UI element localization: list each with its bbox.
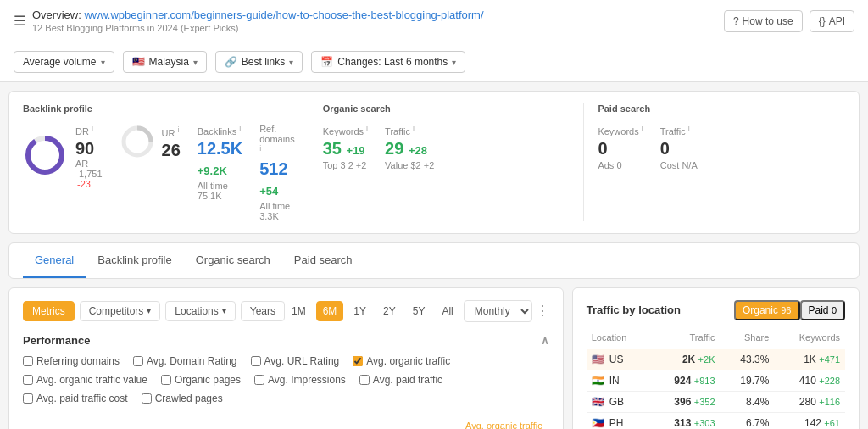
- competitors-button[interactable]: Competitors ▾: [80, 301, 161, 321]
- flag-icon: 🇲🇾: [132, 56, 145, 68]
- loc-code: IN: [609, 375, 620, 387]
- paid-keywords-sub: Ads 0: [598, 160, 643, 170]
- traffic-change: +2K: [698, 354, 715, 365]
- ar-label: AR: [75, 159, 88, 169]
- api-label: API: [829, 15, 845, 27]
- loc-code: PH: [609, 417, 624, 429]
- paid-traffic-label: Traffic i: [660, 124, 698, 136]
- ur-value-block: UR i 26: [162, 125, 181, 160]
- calendar-icon: 📅: [320, 56, 333, 68]
- api-button[interactable]: {} API: [810, 10, 854, 32]
- question-icon: ?: [733, 15, 739, 27]
- how-to-use-label: How to use: [743, 15, 793, 27]
- cb-avg-paid[interactable]: Avg. paid traffic: [359, 374, 442, 386]
- cb-avg-organic-val[interactable]: Avg. organic traffic value: [23, 374, 147, 386]
- paid-count: 0: [832, 305, 837, 315]
- volume-filter[interactable]: Average volume ▾: [14, 51, 114, 73]
- organic-keywords-label: Keywords i: [323, 124, 368, 136]
- tab-backlink-profile[interactable]: Backlink profile: [86, 243, 183, 278]
- col-location: Location: [587, 329, 649, 349]
- location-table-head: Location Traffic Share Keywords: [587, 329, 845, 349]
- ref-domains-item: Ref. domains i 512 +54 All time 3.3K: [259, 124, 295, 221]
- time-1m-button[interactable]: 1M: [285, 301, 313, 321]
- cb-avg-paid-input[interactable]: [359, 375, 370, 385]
- country-label: Malaysia: [149, 56, 189, 68]
- cb-organic-pages-input[interactable]: [161, 375, 171, 385]
- more-options-button[interactable]: ⋮: [536, 303, 549, 319]
- organic-traffic-sub: Value $2 +2: [385, 160, 434, 170]
- cb-avg-paid-cost-input[interactable]: [23, 393, 33, 404]
- kw-change: +228: [819, 376, 840, 386]
- years-button[interactable]: Years: [241, 301, 285, 321]
- time-2y-button[interactable]: 2Y: [376, 301, 403, 321]
- cb-avg-organic-input[interactable]: [353, 356, 363, 366]
- organic-search-block: Organic search Keywords i 35 +19 Top 3 2…: [323, 103, 585, 221]
- chevron-down-icon: ▾: [147, 306, 151, 315]
- cb-crawled-input[interactable]: [142, 393, 152, 404]
- organic-tab[interactable]: Organic 96: [734, 300, 800, 320]
- organic-traffic-value: 29 +28: [385, 138, 434, 159]
- cb-avg-dr[interactable]: Avg. Domain Rating: [133, 355, 237, 367]
- locations-button[interactable]: Locations ▾: [165, 301, 235, 321]
- cb-avg-impressions[interactable]: Avg. Impressions: [254, 374, 346, 386]
- cb-crawled[interactable]: Crawled pages: [142, 393, 223, 404]
- kw-change: +61: [824, 418, 840, 428]
- share-cell: 8.4%: [721, 392, 775, 413]
- cb-avg-organic-val-input[interactable]: [23, 375, 33, 385]
- how-to-use-button[interactable]: ? How to use: [724, 10, 803, 32]
- tab-organic-search[interactable]: Organic search: [184, 243, 282, 278]
- table-row: 🇮🇳 IN 924 +913 19.7% 410 +228: [587, 370, 845, 392]
- cb-organic-pages[interactable]: Organic pages: [161, 374, 241, 386]
- tab-paid-search[interactable]: Paid search: [282, 243, 364, 278]
- ref-domains-change: +54: [259, 185, 278, 198]
- ur-value: 26: [162, 140, 181, 160]
- backlink-profile-title: Backlink profile: [23, 103, 295, 114]
- cb-avg-organic[interactable]: Avg. organic traffic: [353, 355, 450, 367]
- main-content: Metrics Competitors ▾ Locations ▾ Years …: [8, 287, 860, 429]
- cb-ref-domains-input[interactable]: [23, 356, 33, 366]
- period-select[interactable]: Monthly Weekly Daily: [464, 300, 532, 322]
- traffic-by-location-title: Traffic by location Organic 96 Paid 0: [587, 300, 845, 320]
- paid-tab[interactable]: Paid 0: [800, 300, 846, 320]
- changes-filter[interactable]: 📅 Changes: Last 6 months ▾: [311, 51, 465, 73]
- time-5y-button[interactable]: 5Y: [406, 301, 432, 321]
- time-6m-button[interactable]: 6M: [316, 301, 344, 321]
- paid-search-title: Paid search: [598, 103, 845, 114]
- menu-icon[interactable]: ☰: [14, 13, 25, 29]
- traffic-value: 396: [674, 396, 691, 408]
- header-title-block: Overview: www.wpbeginner.com/beginners-g…: [32, 8, 484, 33]
- country-filter[interactable]: 🇲🇾 Malaysia ▾: [123, 51, 207, 73]
- metrics-button[interactable]: Metrics: [23, 301, 75, 321]
- backlinks-item: Backlinks i 12.5K +9.2K All time 75.1K: [198, 124, 242, 201]
- organic-stats-row: Keywords i 35 +19 Top 3 2 +2 Traffic i 2…: [323, 124, 570, 170]
- header-url[interactable]: www.wpbeginner.com/beginners-guide/how-t…: [84, 8, 483, 21]
- keywords-cell: 1K +471: [774, 349, 845, 370]
- flag-icon: 🇺🇸: [592, 354, 604, 365]
- cb-avg-paid-cost[interactable]: Avg. paid traffic cost: [23, 393, 128, 404]
- kw-value: 280: [799, 396, 816, 408]
- cb-avg-dr-input[interactable]: [133, 356, 143, 366]
- chevron-down-icon: ▾: [452, 58, 456, 67]
- collapse-icon[interactable]: ∧: [541, 334, 549, 347]
- dr-container: DR i 90 AR 1,751 -23: [23, 124, 103, 189]
- tab-general[interactable]: General: [23, 243, 86, 278]
- paid-keywords-value: 0: [598, 138, 643, 159]
- organic-keywords-item: Keywords i 35 +19 Top 3 2 +2: [323, 124, 368, 170]
- backlinks-change: +9.2K: [198, 164, 227, 177]
- links-label: Best links: [242, 56, 285, 68]
- kw-value: 142: [804, 417, 821, 429]
- backlink-profile-block: Backlink profile DR i 90 AR 1,751 -23: [23, 103, 309, 221]
- chart-label-top: Avg. organic traffic: [465, 421, 542, 429]
- paid-traffic-value: 0: [660, 138, 698, 159]
- loc-flag-code: 🇬🇧 GB: [587, 392, 649, 413]
- cb-avg-ur-input[interactable]: [251, 356, 261, 366]
- cb-avg-impressions-input[interactable]: [254, 375, 264, 385]
- time-1y-button[interactable]: 1Y: [347, 301, 373, 321]
- time-all-button[interactable]: All: [435, 301, 459, 321]
- cb-avg-ur[interactable]: Avg. URL Rating: [251, 355, 340, 367]
- ur-circle: [120, 124, 155, 162]
- cb-ref-domains[interactable]: Referring domains: [23, 355, 120, 367]
- kw-value: 410: [799, 375, 816, 387]
- keywords-cell: 410 +228: [774, 370, 845, 392]
- links-filter[interactable]: 🔗 Best links ▾: [215, 51, 303, 73]
